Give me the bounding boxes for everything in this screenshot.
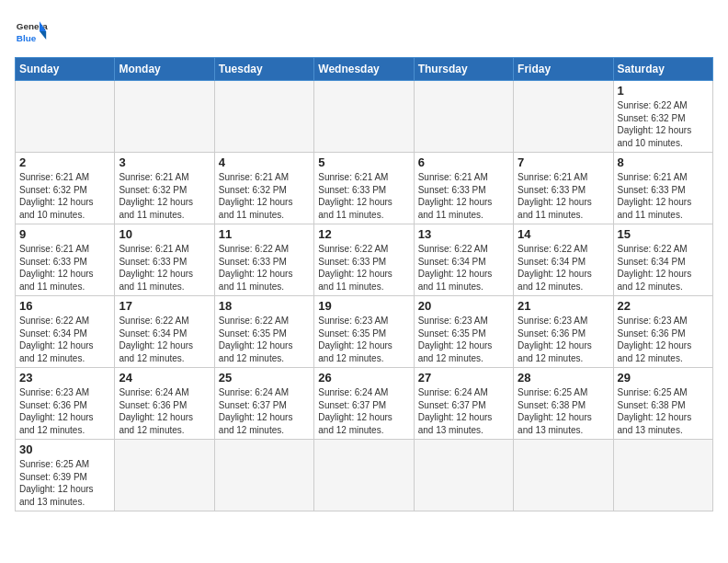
day-info: Sunrise: 6:22 AM Sunset: 6:35 PM Dayligh… xyxy=(219,315,310,364)
day-number: 20 xyxy=(418,299,509,313)
day-info: Sunrise: 6:24 AM Sunset: 6:37 PM Dayligh… xyxy=(219,386,310,436)
day-number: 2 xyxy=(19,155,110,169)
week-row-6: 30Sunrise: 6:25 AM Sunset: 6:39 PM Dayli… xyxy=(16,440,713,511)
calendar-cell xyxy=(16,81,115,153)
day-number: 26 xyxy=(318,371,409,385)
calendar-cell: 15Sunrise: 6:22 AM Sunset: 6:34 PM Dayli… xyxy=(613,224,712,296)
day-number: 22 xyxy=(618,299,709,313)
day-number: 14 xyxy=(518,227,609,241)
weekday-header-friday: Friday xyxy=(514,58,613,81)
calendar-cell: 18Sunrise: 6:22 AM Sunset: 6:35 PM Dayli… xyxy=(214,296,313,368)
calendar-cell: 19Sunrise: 6:23 AM Sunset: 6:35 PM Dayli… xyxy=(314,296,414,368)
calendar-cell: 21Sunrise: 6:23 AM Sunset: 6:36 PM Dayli… xyxy=(514,296,613,368)
day-number: 6 xyxy=(418,155,509,169)
day-number: 10 xyxy=(119,227,210,241)
calendar-cell: 11Sunrise: 6:22 AM Sunset: 6:33 PM Dayli… xyxy=(214,224,313,296)
weekday-header-row: SundayMondayTuesdayWednesdayThursdayFrid… xyxy=(16,58,713,81)
day-info: Sunrise: 6:22 AM Sunset: 6:33 PM Dayligh… xyxy=(318,243,409,293)
day-number: 13 xyxy=(418,227,509,241)
svg-text:Blue: Blue xyxy=(17,33,37,43)
week-row-1: 1Sunrise: 6:22 AM Sunset: 6:32 PM Daylig… xyxy=(16,81,713,153)
day-number: 5 xyxy=(318,155,409,169)
calendar-cell: 25Sunrise: 6:24 AM Sunset: 6:37 PM Dayli… xyxy=(214,368,313,440)
day-number: 19 xyxy=(318,299,409,313)
day-number: 15 xyxy=(618,227,709,241)
calendar-cell: 8Sunrise: 6:21 AM Sunset: 6:33 PM Daylig… xyxy=(613,153,712,224)
day-number: 25 xyxy=(219,371,310,385)
calendar-cell xyxy=(314,440,414,511)
day-number: 8 xyxy=(618,155,709,169)
calendar-cell xyxy=(514,81,613,153)
calendar-cell: 17Sunrise: 6:22 AM Sunset: 6:34 PM Dayli… xyxy=(115,296,214,368)
day-info: Sunrise: 6:22 AM Sunset: 6:34 PM Dayligh… xyxy=(518,243,609,293)
day-info: Sunrise: 6:21 AM Sunset: 6:33 PM Dayligh… xyxy=(418,171,509,221)
calendar-cell xyxy=(414,81,513,153)
day-info: Sunrise: 6:22 AM Sunset: 6:34 PM Dayligh… xyxy=(119,315,210,364)
day-number: 4 xyxy=(219,155,310,169)
week-row-2: 2Sunrise: 6:21 AM Sunset: 6:32 PM Daylig… xyxy=(16,153,713,224)
day-number: 18 xyxy=(219,299,310,313)
day-number: 29 xyxy=(618,371,709,385)
svg-marker-3 xyxy=(40,31,46,40)
calendar-cell: 29Sunrise: 6:25 AM Sunset: 6:38 PM Dayli… xyxy=(613,368,712,440)
day-info: Sunrise: 6:22 AM Sunset: 6:34 PM Dayligh… xyxy=(618,243,709,293)
calendar-cell: 14Sunrise: 6:22 AM Sunset: 6:34 PM Dayli… xyxy=(514,224,613,296)
day-info: Sunrise: 6:25 AM Sunset: 6:38 PM Dayligh… xyxy=(518,386,609,436)
day-number: 3 xyxy=(119,155,210,169)
weekday-header-monday: Monday xyxy=(115,58,214,81)
day-number: 28 xyxy=(518,371,609,385)
calendar-cell: 20Sunrise: 6:23 AM Sunset: 6:35 PM Dayli… xyxy=(414,296,513,368)
calendar-cell: 26Sunrise: 6:24 AM Sunset: 6:37 PM Dayli… xyxy=(314,368,414,440)
calendar-cell: 16Sunrise: 6:22 AM Sunset: 6:34 PM Dayli… xyxy=(16,296,115,368)
page-header: General Blue xyxy=(15,15,713,48)
day-info: Sunrise: 6:22 AM Sunset: 6:34 PM Dayligh… xyxy=(418,243,509,293)
day-number: 12 xyxy=(318,227,409,241)
day-info: Sunrise: 6:21 AM Sunset: 6:33 PM Dayligh… xyxy=(618,171,709,221)
day-info: Sunrise: 6:24 AM Sunset: 6:37 PM Dayligh… xyxy=(318,386,409,436)
calendar-cell: 6Sunrise: 6:21 AM Sunset: 6:33 PM Daylig… xyxy=(414,153,513,224)
calendar-cell: 22Sunrise: 6:23 AM Sunset: 6:36 PM Dayli… xyxy=(613,296,712,368)
calendar-cell: 9Sunrise: 6:21 AM Sunset: 6:33 PM Daylig… xyxy=(16,224,115,296)
calendar-cell: 28Sunrise: 6:25 AM Sunset: 6:38 PM Dayli… xyxy=(514,368,613,440)
week-row-4: 16Sunrise: 6:22 AM Sunset: 6:34 PM Dayli… xyxy=(16,296,713,368)
day-info: Sunrise: 6:22 AM Sunset: 6:32 PM Dayligh… xyxy=(618,99,709,149)
day-number: 24 xyxy=(119,371,210,385)
calendar-cell xyxy=(314,81,414,153)
weekday-header-saturday: Saturday xyxy=(613,58,712,81)
calendar-cell: 23Sunrise: 6:23 AM Sunset: 6:36 PM Dayli… xyxy=(16,368,115,440)
logo-icon: General Blue xyxy=(15,15,48,48)
day-info: Sunrise: 6:23 AM Sunset: 6:35 PM Dayligh… xyxy=(318,315,409,364)
day-number: 7 xyxy=(518,155,609,169)
day-info: Sunrise: 6:22 AM Sunset: 6:34 PM Dayligh… xyxy=(19,315,110,364)
calendar-cell: 2Sunrise: 6:21 AM Sunset: 6:32 PM Daylig… xyxy=(16,153,115,224)
calendar-cell xyxy=(214,440,313,511)
day-number: 17 xyxy=(119,299,210,313)
calendar-cell xyxy=(115,81,214,153)
day-number: 16 xyxy=(19,299,110,313)
day-info: Sunrise: 6:21 AM Sunset: 6:33 PM Dayligh… xyxy=(119,243,210,293)
calendar-cell: 1Sunrise: 6:22 AM Sunset: 6:32 PM Daylig… xyxy=(613,81,712,153)
calendar-cell: 12Sunrise: 6:22 AM Sunset: 6:33 PM Dayli… xyxy=(314,224,414,296)
weekday-header-sunday: Sunday xyxy=(16,58,115,81)
day-number: 1 xyxy=(618,84,709,98)
day-info: Sunrise: 6:21 AM Sunset: 6:32 PM Dayligh… xyxy=(119,171,210,221)
calendar-cell: 30Sunrise: 6:25 AM Sunset: 6:39 PM Dayli… xyxy=(16,440,115,511)
day-number: 23 xyxy=(19,371,110,385)
day-info: Sunrise: 6:24 AM Sunset: 6:37 PM Dayligh… xyxy=(418,386,509,436)
calendar-cell xyxy=(115,440,214,511)
day-info: Sunrise: 6:25 AM Sunset: 6:38 PM Dayligh… xyxy=(618,386,709,436)
day-info: Sunrise: 6:25 AM Sunset: 6:39 PM Dayligh… xyxy=(19,458,110,508)
day-number: 21 xyxy=(518,299,609,313)
calendar-cell xyxy=(613,440,712,511)
logo: General Blue xyxy=(15,15,48,48)
day-number: 27 xyxy=(418,371,509,385)
calendar-cell: 10Sunrise: 6:21 AM Sunset: 6:33 PM Dayli… xyxy=(115,224,214,296)
day-info: Sunrise: 6:23 AM Sunset: 6:36 PM Dayligh… xyxy=(19,386,110,436)
day-info: Sunrise: 6:22 AM Sunset: 6:33 PM Dayligh… xyxy=(219,243,310,293)
day-info: Sunrise: 6:21 AM Sunset: 6:32 PM Dayligh… xyxy=(219,171,310,221)
calendar-cell xyxy=(214,81,313,153)
day-info: Sunrise: 6:23 AM Sunset: 6:36 PM Dayligh… xyxy=(518,315,609,364)
day-info: Sunrise: 6:21 AM Sunset: 6:33 PM Dayligh… xyxy=(518,171,609,221)
calendar-cell: 13Sunrise: 6:22 AM Sunset: 6:34 PM Dayli… xyxy=(414,224,513,296)
day-info: Sunrise: 6:21 AM Sunset: 6:32 PM Dayligh… xyxy=(19,171,110,221)
